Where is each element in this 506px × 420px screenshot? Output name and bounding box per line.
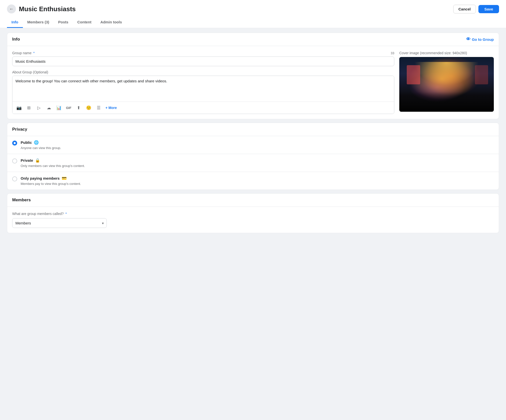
- members-body: What are group members called? * Members…: [7, 207, 499, 233]
- members-select[interactable]: Members Fans Subscribers Students Follow…: [12, 218, 107, 228]
- tab-members[interactable]: Members (3): [23, 17, 54, 28]
- privacy-name-row-private: Private 🔒: [21, 158, 494, 163]
- video-icon[interactable]: ▷: [35, 104, 43, 112]
- radio-paying[interactable]: [12, 176, 17, 181]
- members-card: Members What are group members called? *…: [7, 193, 499, 233]
- privacy-option-public[interactable]: Public 🌐 Anyone can view this group.: [7, 136, 499, 154]
- group-name-count: 33: [391, 51, 394, 55]
- privacy-info-public: Public 🌐 Anyone can view this group.: [21, 140, 494, 150]
- form-row: Group name * 33 About Group (Optional) W…: [12, 51, 494, 114]
- info-card: Info 👁 Go to Group Group name * 33 Abo: [7, 33, 499, 119]
- cover-label: Cover image (recommended size: 940x280): [399, 51, 494, 55]
- header-actions: Cancel Save: [453, 5, 499, 13]
- form-left: Group name * 33 About Group (Optional) W…: [12, 51, 394, 114]
- privacy-name-row-paying: Only paying members 💳: [21, 176, 494, 181]
- info-section-title: Info: [12, 37, 20, 42]
- main-content: Info 👁 Go to Group Group name * 33 Abo: [0, 28, 506, 238]
- tab-posts[interactable]: Posts: [54, 17, 73, 28]
- radio-public[interactable]: [12, 141, 17, 146]
- screen-left: [407, 65, 420, 84]
- cloud-icon[interactable]: ☁: [45, 104, 53, 112]
- go-to-group-label: Go to Group: [472, 37, 494, 42]
- chart-icon[interactable]: 📊: [55, 104, 63, 112]
- group-name-input[interactable]: [12, 56, 394, 66]
- form-right: Cover image (recommended size: 940x280): [399, 51, 494, 112]
- paying-icon: 💳: [62, 176, 67, 181]
- privacy-section-title: Privacy: [12, 127, 27, 132]
- cover-image-bg: [399, 57, 494, 112]
- emoji-icon[interactable]: 🙂: [85, 104, 93, 112]
- about-textarea[interactable]: Welcome to the group! You can connect wi…: [12, 76, 394, 101]
- gallery-icon[interactable]: ⊞: [25, 104, 33, 112]
- tabs-nav: Info Members (3) Posts Content Admin too…: [7, 17, 499, 28]
- tab-admin-tools[interactable]: Admin tools: [96, 17, 126, 28]
- privacy-card: Privacy Public 🌐 Anyone can view this gr…: [7, 123, 499, 190]
- group-name-label: Group name *: [12, 51, 35, 55]
- cover-image[interactable]: [399, 57, 494, 112]
- title-row: ← Music Enthusiasts Cancel Save: [7, 4, 499, 13]
- privacy-name-row-public: Public 🌐: [21, 140, 494, 145]
- privacy-option-private[interactable]: Private 🔒 Only members can view this gro…: [7, 154, 499, 172]
- about-textarea-wrapper: Welcome to the group! You can connect wi…: [12, 76, 394, 114]
- privacy-options: Public 🌐 Anyone can view this group. Pri…: [7, 136, 499, 190]
- divider-icon[interactable]: ☰: [95, 104, 102, 112]
- eye-icon: 👁: [466, 37, 470, 42]
- cancel-button[interactable]: Cancel: [453, 5, 476, 13]
- privacy-card-header: Privacy: [7, 123, 499, 136]
- lock-icon: 🔒: [35, 158, 40, 163]
- info-card-body: Group name * 33 About Group (Optional) W…: [7, 46, 499, 119]
- screen-right: [475, 65, 488, 84]
- privacy-option-paying[interactable]: Only paying members 💳 Members pay to vie…: [7, 172, 499, 190]
- tab-content[interactable]: Content: [73, 17, 96, 28]
- members-field-label: What are group members called? *: [12, 212, 494, 216]
- editor-toolbar: 📷 ⊞ ▷ ☁ 📊 GIF ⬆ 🙂 ☰ + More: [12, 102, 394, 114]
- gif-icon[interactable]: GIF: [65, 104, 73, 112]
- crowd-silhouette: [399, 92, 494, 112]
- photo-icon[interactable]: 📷: [15, 104, 23, 112]
- members-select-wrapper: Members Fans Subscribers Students Follow…: [12, 218, 107, 228]
- group-name-label-row: Group name * 33: [12, 51, 394, 55]
- more-button[interactable]: + More: [105, 106, 117, 110]
- members-section-title: Members: [12, 198, 31, 203]
- stage-lights: [409, 62, 484, 89]
- title-left: ← Music Enthusiasts: [7, 4, 76, 13]
- info-card-header: Info 👁 Go to Group: [7, 33, 499, 46]
- tab-info[interactable]: Info: [7, 17, 23, 28]
- privacy-desc-private: Only members can view this group's conte…: [21, 164, 85, 168]
- page-title: Music Enthusiasts: [19, 5, 76, 13]
- upload-icon[interactable]: ⬆: [75, 104, 83, 112]
- about-label: About Group (Optional): [12, 70, 394, 74]
- save-button[interactable]: Save: [478, 5, 499, 13]
- privacy-info-private: Private 🔒 Only members can view this gro…: [21, 158, 494, 168]
- back-button[interactable]: ←: [7, 4, 16, 13]
- privacy-name-public: Public: [21, 140, 32, 145]
- privacy-name-paying: Only paying members: [21, 176, 60, 180]
- privacy-name-private: Private: [21, 158, 33, 162]
- go-to-group-link[interactable]: 👁 Go to Group: [466, 37, 494, 42]
- privacy-desc-public: Anyone can view this group.: [21, 146, 61, 150]
- members-card-header: Members: [7, 194, 499, 207]
- page-header: ← Music Enthusiasts Cancel Save Info Mem…: [0, 0, 506, 28]
- globe-icon: 🌐: [34, 140, 39, 145]
- privacy-desc-paying: Members pay to view this group's content…: [21, 182, 81, 186]
- privacy-info-paying: Only paying members 💳 Members pay to vie…: [21, 176, 494, 186]
- radio-private[interactable]: [12, 158, 17, 163]
